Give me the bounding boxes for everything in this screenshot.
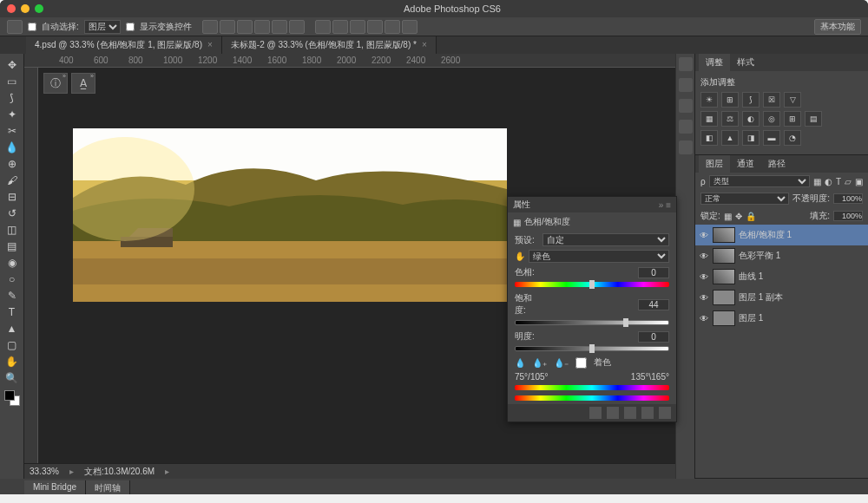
- lightness-input[interactable]: [638, 331, 669, 343]
- close-window-button[interactable]: [7, 4, 16, 13]
- filter-smart-icon[interactable]: ▣: [855, 177, 863, 186]
- crop-tool[interactable]: ✂: [3, 123, 21, 139]
- eyedropper-subtract-icon[interactable]: 💧₋: [554, 358, 569, 368]
- dock-icon[interactable]: [679, 140, 693, 154]
- align-icon[interactable]: [220, 20, 235, 34]
- tab-timeline[interactable]: 时间轴: [86, 480, 130, 494]
- layer-thumbnail[interactable]: [713, 227, 735, 243]
- properties-panel[interactable]: 属性» ≡ ▦色相/饱和度 预设:自定 ✋绿色 色相: 饱和度: 明度: 💧💧₊…: [507, 196, 677, 422]
- tab-mini-bridge[interactable]: Mini Bridge: [24, 480, 86, 494]
- align-icon[interactable]: [237, 20, 253, 34]
- eyedropper-tool[interactable]: 💧: [3, 140, 21, 155]
- zoom-tool[interactable]: 🔍: [3, 370, 21, 386]
- blend-mode-dropdown[interactable]: 正常: [700, 193, 789, 205]
- layer-filter-dropdown[interactable]: 类型: [709, 175, 810, 187]
- color-range-slider[interactable]: [515, 385, 669, 392]
- toggle-visibility-icon[interactable]: [641, 407, 654, 419]
- saturation-slider[interactable]: [515, 320, 669, 327]
- colorize-checkbox[interactable]: [575, 357, 587, 369]
- document-canvas[interactable]: [73, 128, 507, 302]
- lightness-slider[interactable]: [515, 346, 669, 353]
- filter-text-icon[interactable]: T: [836, 177, 841, 186]
- hue-slider[interactable]: [515, 282, 669, 289]
- color-swatch[interactable]: [4, 390, 20, 406]
- adj-hue-sat-icon[interactable]: ▦: [700, 111, 718, 127]
- panel-flyout-button[interactable]: ⓘ: [43, 73, 68, 94]
- adj-brightness-icon[interactable]: ☀: [700, 92, 718, 108]
- dock-icon[interactable]: [679, 99, 693, 113]
- reset-icon[interactable]: [624, 407, 636, 419]
- dock-icon[interactable]: [679, 120, 693, 134]
- tab-paths[interactable]: 路径: [761, 155, 792, 173]
- distribute-icon[interactable]: [385, 20, 400, 34]
- close-tab-icon[interactable]: ×: [207, 40, 213, 49]
- adj-selective-color-icon[interactable]: ◔: [784, 130, 801, 146]
- shape-tool[interactable]: ▢: [3, 337, 21, 353]
- filter-shape-icon[interactable]: ▱: [845, 177, 852, 186]
- lock-all-icon[interactable]: 🔒: [746, 212, 756, 221]
- gradient-tool[interactable]: ▤: [3, 238, 21, 254]
- layer-thumbnail[interactable]: [713, 269, 735, 284]
- pen-tool[interactable]: ✎: [3, 288, 21, 304]
- preset-dropdown[interactable]: 自定: [542, 233, 669, 246]
- layer-row[interactable]: 👁色彩平衡 1: [695, 245, 868, 266]
- path-select-tool[interactable]: ▲: [3, 321, 21, 336]
- visibility-icon[interactable]: 👁: [699, 272, 709, 282]
- maximize-window-button[interactable]: [35, 4, 43, 13]
- distribute-icon[interactable]: [402, 20, 418, 34]
- stamp-tool[interactable]: ⊟: [3, 189, 21, 205]
- workspace-switcher[interactable]: 基本功能: [814, 19, 861, 35]
- document-tab[interactable]: 4.psd @ 33.3% (色相/饱和度 1, 图层蒙版/8)×: [26, 36, 222, 54]
- lasso-tool[interactable]: ⟆: [3, 90, 21, 106]
- eraser-tool[interactable]: ◫: [3, 222, 21, 238]
- close-tab-icon[interactable]: ×: [422, 40, 427, 49]
- adj-curves-icon[interactable]: ⟆: [742, 92, 760, 108]
- adj-levels-icon[interactable]: ⊞: [721, 92, 739, 108]
- view-previous-icon[interactable]: [607, 407, 619, 419]
- clip-to-layer-icon[interactable]: [589, 407, 602, 419]
- move-tool[interactable]: ✥: [3, 57, 21, 73]
- color-range-slider[interactable]: [515, 395, 669, 402]
- adj-bw-icon[interactable]: ◐: [742, 111, 760, 127]
- visibility-icon[interactable]: 👁: [699, 314, 709, 323]
- layer-row[interactable]: 👁图层 1 副本: [695, 287, 868, 308]
- healing-brush-tool[interactable]: ⊕: [3, 156, 21, 172]
- hand-tool[interactable]: ✋: [3, 354, 21, 369]
- eyedropper-add-icon[interactable]: 💧₊: [532, 358, 547, 368]
- visibility-icon[interactable]: 👁: [699, 293, 709, 303]
- dock-icon[interactable]: [679, 57, 693, 71]
- saturation-input[interactable]: [638, 299, 669, 310]
- tab-adjustments[interactable]: 调整: [699, 54, 730, 71]
- show-transform-checkbox[interactable]: [126, 23, 135, 31]
- adj-invert-icon[interactable]: ◧: [700, 130, 718, 146]
- distribute-icon[interactable]: [350, 20, 365, 34]
- lock-position-icon[interactable]: ✥: [735, 212, 742, 221]
- adj-posterize-icon[interactable]: ▲: [721, 130, 739, 146]
- adj-lookup-icon[interactable]: ▤: [805, 111, 822, 127]
- align-icon[interactable]: [202, 20, 218, 34]
- targeted-adjust-icon[interactable]: ✋: [515, 252, 525, 261]
- layer-row[interactable]: 👁图层 1: [695, 308, 868, 329]
- dodge-tool[interactable]: ○: [3, 271, 21, 287]
- adj-photo-filter-icon[interactable]: ◎: [763, 111, 780, 127]
- eyedropper-icon[interactable]: 💧: [515, 358, 525, 368]
- delete-icon[interactable]: [659, 407, 671, 419]
- brush-tool[interactable]: 🖌: [3, 173, 21, 188]
- zoom-level[interactable]: 33.33%: [30, 467, 59, 476]
- auto-select-dropdown[interactable]: 图层: [84, 20, 121, 34]
- channel-dropdown[interactable]: 绿色: [529, 250, 669, 263]
- opacity-input[interactable]: [833, 193, 863, 204]
- document-tab[interactable]: 未标题-2 @ 33.3% (色相/饱和度 1, 图层蒙版/8) *×: [222, 36, 437, 54]
- align-icon[interactable]: [272, 20, 287, 34]
- text-tool[interactable]: T: [3, 304, 21, 320]
- tab-styles[interactable]: 样式: [730, 54, 761, 71]
- magic-wand-tool[interactable]: ✦: [3, 107, 21, 122]
- align-icon[interactable]: [289, 20, 305, 34]
- adj-threshold-icon[interactable]: ◨: [742, 130, 760, 146]
- lock-pixels-icon[interactable]: ▦: [724, 212, 732, 221]
- distribute-icon[interactable]: [332, 20, 348, 34]
- history-brush-tool[interactable]: ↺: [3, 206, 21, 221]
- layer-row[interactable]: 👁色相/饱和度 1: [695, 225, 868, 245]
- adj-gradient-map-icon[interactable]: ▬: [763, 130, 780, 146]
- adj-color-balance-icon[interactable]: ⚖: [721, 111, 739, 127]
